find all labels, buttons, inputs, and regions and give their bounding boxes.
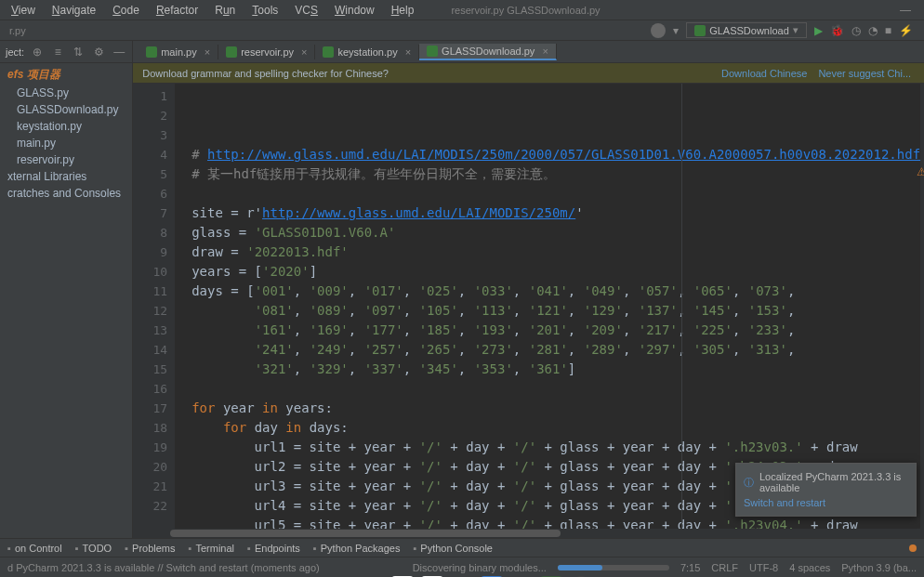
scrollbar-thumb[interactable] [170, 530, 561, 537]
editor-tab[interactable]: keystation.py× [315, 45, 419, 59]
code-line[interactable]: # 某一hdf链接用于寻找规律。有些年份日期不全，需要注意。 [191, 164, 920, 184]
code-line[interactable]: for day in days: [191, 418, 920, 438]
scroll-from-source-icon[interactable]: ⊕ [30, 45, 45, 59]
code-line[interactable]: '161', '169', '177', '185', '193', '201'… [191, 321, 920, 340]
tree-item[interactable]: GLASSDownload.py [0, 101, 132, 118]
tool-window-button[interactable]: ▪ Python Console [413, 543, 493, 554]
tool-window-button[interactable]: ▪ Problems [125, 543, 175, 554]
code-line[interactable]: years = ['2020'] [191, 262, 920, 282]
line-number: 21 [133, 477, 167, 496]
tree-item[interactable]: xternal Libraries [0, 168, 132, 185]
popup-title: Localized PyCharm 2021.3.3 is available [759, 471, 908, 493]
menu-tools[interactable]: Tools [244, 2, 285, 19]
line-number: 6 [133, 184, 167, 203]
code-line[interactable] [191, 184, 920, 203]
code-line[interactable]: days = ['001', '009', '017', '025', '033… [191, 282, 920, 301]
info-icon: ⓘ [744, 476, 754, 490]
status-position[interactable]: 7:15 [680, 562, 700, 573]
run-config-selector[interactable]: GLASSDownload ▾ [686, 22, 807, 38]
line-number: 18 [133, 418, 167, 438]
popup-action-link[interactable]: Switch and restart [744, 497, 908, 508]
close-icon[interactable]: × [405, 46, 411, 58]
menu-window[interactable]: Window [327, 2, 382, 19]
search-icon[interactable]: ⚡ [899, 24, 913, 37]
code-line[interactable]: # http://www.glass.umd.edu/LAI/MODIS/250… [191, 145, 920, 164]
path-label: r.py [4, 25, 32, 36]
menu-code[interactable]: Code [105, 2, 147, 19]
status-warning-icon[interactable] [909, 544, 917, 552]
code-line[interactable]: site = r'http://www.glass.umd.edu/LAI/MO… [191, 203, 920, 223]
editor-tab-label: main.py [161, 46, 197, 58]
code-line[interactable]: '241', '249', '257', '265', '273', '281'… [191, 340, 920, 360]
code-line[interactable]: url5 = site + year + '/' + day + '/' + g… [191, 516, 920, 529]
editor-tab[interactable]: main.py× [139, 45, 218, 59]
status-line-sep[interactable]: CRLF [711, 562, 738, 573]
status-indent[interactable]: 4 spaces [789, 562, 830, 573]
user-icon[interactable] [651, 23, 666, 38]
menu-navigate[interactable]: Navigate [45, 2, 103, 19]
status-interpreter[interactable]: Python 3.9 (ba... [841, 562, 917, 573]
navigation-bar: r.py ▾ GLASSDownload ▾ ▶ 🐞 ◷ ◔ ■ ⚡ [0, 20, 924, 41]
menu-refactor[interactable]: Refactor [149, 2, 205, 19]
line-number: 11 [133, 282, 167, 301]
line-number: 8 [133, 223, 167, 243]
menu-help[interactable]: Help [384, 2, 422, 19]
editor-tab[interactable]: GLASSDownload.py× [419, 44, 557, 60]
run-button[interactable]: ▶ [814, 24, 823, 37]
warning-marker-icon[interactable]: ⚠ [917, 165, 924, 180]
status-encoding[interactable]: UTF-8 [749, 562, 778, 573]
tool-window-button[interactable]: ▪ on Control [7, 543, 62, 554]
tool-window-button[interactable]: ▪ Python Packages [313, 543, 401, 554]
tree-item[interactable]: cratches and Consoles [0, 185, 132, 202]
project-tree[interactable]: efs 项目器GLASS.pyGLASSDownload.pykeystatio… [0, 63, 132, 203]
coverage-icon[interactable]: ◷ [851, 24, 861, 37]
code-line[interactable]: glass = 'GLASS01D01.V60.A' [191, 223, 920, 243]
line-number: 20 [133, 457, 167, 477]
tree-item[interactable]: main.py [0, 135, 132, 151]
line-number: 13 [133, 321, 167, 340]
tree-item[interactable]: GLASS.py [0, 85, 132, 101]
code-line[interactable]: draw = '2022013.hdf' [191, 243, 920, 262]
horizontal-scrollbar[interactable] [133, 529, 924, 538]
status-message: d PyCharm 2021.3.3 is available // Switc… [7, 562, 320, 573]
profile-icon[interactable]: ◔ [868, 24, 878, 37]
download-chinese-link[interactable]: Download Chinese [721, 68, 807, 79]
tree-item[interactable]: efs 项目器 [0, 65, 132, 85]
tree-item[interactable]: reservoir.py [0, 151, 132, 168]
line-number: 19 [133, 438, 167, 457]
line-number: 17 [133, 399, 167, 418]
menu-run[interactable]: Run [207, 2, 243, 19]
python-file-icon [323, 46, 334, 58]
tree-item[interactable]: keystation.py [0, 118, 132, 135]
line-gutter: 12345678910111213141516171819202122 [133, 84, 175, 529]
close-icon[interactable]: × [542, 46, 548, 57]
hide-icon[interactable]: — [112, 45, 126, 59]
tool-window-button[interactable]: ▪ Terminal [189, 543, 234, 554]
code-line[interactable] [191, 379, 920, 399]
breadcrumb-files: reservoir.py GLASSDownload.py [451, 5, 600, 16]
expand-all-icon[interactable]: ≡ [50, 45, 65, 59]
menu-view[interactable]: View [4, 2, 43, 19]
python-file-icon [694, 25, 706, 36]
editor-tab-label: keystation.py [337, 46, 397, 58]
code-line[interactable]: url1 = site + year + '/' + day + '/' + g… [191, 438, 920, 457]
bottom-toolbar: ▪ on Control▪ TODO▪ Problems▪ Terminal▪ … [0, 538, 924, 557]
menu-vcs[interactable]: VCS [287, 2, 325, 19]
stop-icon[interactable]: ■ [885, 24, 891, 37]
close-icon[interactable]: × [205, 46, 210, 58]
code-line[interactable]: '321', '329', '337', '345', '353', '361'… [191, 360, 920, 379]
editor-tab[interactable]: reservoir.py× [218, 45, 315, 59]
collapse-icon[interactable]: ⇅ [71, 45, 86, 59]
gear-icon[interactable]: ⚙ [91, 45, 106, 59]
debug-button[interactable]: 🐞 [830, 24, 844, 37]
code-line[interactable]: for year in years: [191, 399, 920, 418]
code-line[interactable]: '081', '089', '097', '105', '113', '121'… [191, 301, 920, 321]
minimize-icon[interactable]: — [900, 4, 911, 17]
notification-popup: ⓘ Localized PyCharm 2021.3.3 is availabl… [735, 463, 917, 517]
line-number: 7 [133, 203, 167, 223]
tool-window-button[interactable]: ▪ Endpoints [247, 543, 300, 554]
python-file-icon [226, 46, 237, 58]
tool-window-button[interactable]: ▪ TODO [75, 543, 112, 554]
close-icon[interactable]: × [301, 46, 307, 58]
never-suggest-link[interactable]: Never suggest Chi... [818, 68, 911, 79]
